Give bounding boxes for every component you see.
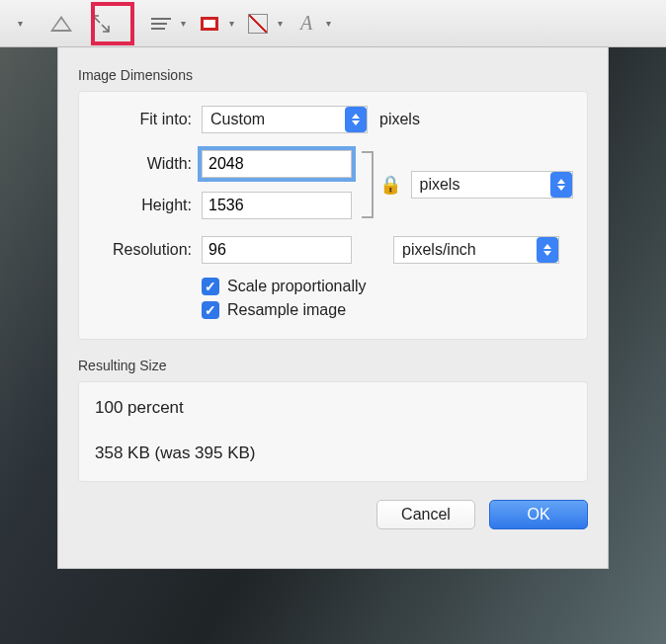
toolbar-separator [130, 11, 131, 37]
fit-into-label: Fit into: [93, 111, 202, 128]
chevron-down-icon[interactable]: ▾ [278, 18, 283, 29]
section-title: Image Dimensions [78, 67, 588, 83]
scale-proportionally-label: Scale proportionally [227, 278, 367, 295]
resolution-units-value: pixels/inch [402, 241, 476, 259]
border-color-icon[interactable] [194, 8, 225, 40]
chevron-down-icon: ▾ [6, 8, 38, 40]
checkmark-icon: ✓ [202, 278, 219, 295]
resample-image-checkbox[interactable]: ✓ Resample image [202, 301, 573, 319]
cancel-button[interactable]: Cancel [376, 500, 475, 529]
width-label: Width: [93, 155, 202, 173]
select-arrows-icon [537, 237, 558, 263]
resolution-label: Resolution: [93, 241, 202, 259]
fit-into-select[interactable]: Custom [202, 106, 368, 133]
scale-proportionally-checkbox[interactable]: ✓ Scale proportionally [202, 278, 573, 295]
result-bytes: 358 KB (was 395 KB) [95, 443, 571, 463]
line-weight-icon[interactable] [145, 8, 177, 40]
dimension-units-select[interactable]: pixels [411, 171, 573, 199]
chevron-down-icon[interactable]: ▾ [181, 18, 186, 29]
toolbar: ▾ ▾ ▾ ▾ A ▾ [0, 0, 666, 47]
chevron-down-icon[interactable]: ▾ [326, 18, 331, 29]
select-arrows-icon [550, 172, 572, 198]
font-style-icon[interactable]: A [291, 8, 322, 40]
no-fill-icon[interactable] [242, 8, 274, 40]
fit-into-units: pixels [379, 111, 420, 128]
result-percent: 100 percent [95, 398, 571, 418]
select-arrows-icon [345, 107, 367, 132]
resulting-size-title: Resulting Size [78, 358, 588, 373]
resulting-size-group: 100 percent 358 KB (was 395 KB) [78, 381, 588, 482]
dimension-units-value: pixels [420, 176, 460, 194]
ok-button[interactable]: OK [489, 500, 588, 529]
height-input[interactable] [202, 192, 352, 219]
height-label: Height: [93, 197, 202, 214]
checkmark-icon: ✓ [202, 301, 219, 319]
image-dimensions-dialog: Image Dimensions Fit into: Custom pixels… [57, 47, 609, 569]
resolution-input[interactable] [202, 236, 352, 264]
link-bracket-icon [356, 147, 377, 222]
resample-image-label: Resample image [227, 301, 346, 319]
dimensions-group: Fit into: Custom pixels Width: Height: 🔒 [78, 91, 588, 340]
resolution-units-select[interactable]: pixels/inch [393, 236, 559, 264]
width-input[interactable] [202, 150, 352, 178]
fit-into-value: Custom [210, 111, 265, 128]
levels-icon[interactable] [45, 8, 77, 40]
chevron-down-icon[interactable]: ▾ [229, 18, 234, 29]
svg-line-0 [93, 16, 100, 23]
lock-icon[interactable]: 🔒 [379, 174, 401, 196]
svg-line-1 [102, 25, 109, 32]
resize-icon[interactable] [85, 8, 117, 40]
